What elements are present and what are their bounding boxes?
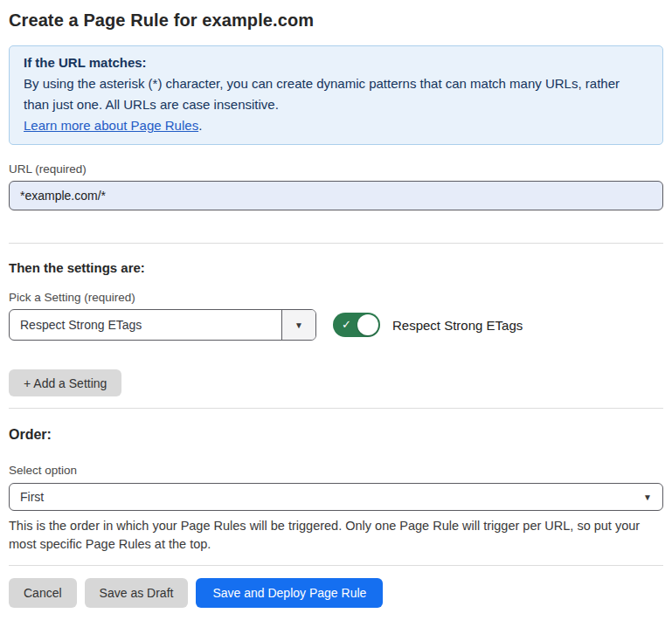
setting-select[interactable]: Respect Strong ETags ▼ [9, 309, 316, 341]
page-title: Create a Page Rule for example.com [9, 10, 663, 31]
order-select-value: First [20, 490, 44, 504]
info-box-body: By using the asterisk (*) character, you… [24, 73, 648, 115]
setting-select-value: Respect Strong ETags [10, 310, 281, 340]
learn-more-link[interactable]: Learn more about Page Rules [24, 118, 198, 133]
settings-section-heading: Then the settings are: [9, 260, 663, 275]
add-setting-button[interactable]: + Add a Setting [9, 369, 121, 396]
pick-setting-label: Pick a Setting (required) [9, 291, 663, 304]
order-help-text: This is the order in which your Page Rul… [9, 517, 663, 554]
url-matches-info-box: If the URL matches: By using the asteris… [9, 45, 663, 145]
save-and-deploy-button[interactable]: Save and Deploy Page Rule [196, 578, 383, 608]
toggle-label: Respect Strong ETags [392, 318, 523, 333]
order-select-label: Select option [9, 464, 663, 477]
url-input[interactable] [9, 181, 663, 210]
link-period: . [198, 118, 202, 133]
url-field-label: URL (required) [9, 162, 663, 176]
setting-row: Respect Strong ETags ▼ ✓ Respect Strong … [9, 309, 663, 341]
info-box-body-text: By using the asterisk (*) character, you… [24, 76, 620, 112]
respect-strong-etags-toggle[interactable]: ✓ [333, 313, 380, 337]
create-page-rule-form: Create a Page Rule for example.com If th… [0, 10, 672, 621]
chevron-down-icon[interactable]: ▼ [281, 310, 315, 340]
order-section-heading: Order: [9, 427, 663, 443]
section-divider [9, 243, 663, 244]
save-as-draft-button[interactable]: Save as Draft [85, 578, 189, 608]
info-box-link-line: Learn more about Page Rules. [24, 115, 648, 136]
footer-divider [9, 565, 663, 566]
footer-actions: Cancel Save as Draft Save and Deploy Pag… [9, 578, 663, 621]
cancel-button[interactable]: Cancel [9, 578, 77, 608]
section-divider [9, 408, 663, 409]
chevron-down-icon: ▼ [643, 493, 652, 502]
toggle-knob [357, 314, 378, 335]
check-icon: ✓ [342, 319, 351, 330]
order-select[interactable]: First ▼ [9, 483, 663, 511]
info-box-heading: If the URL matches: [24, 52, 648, 73]
